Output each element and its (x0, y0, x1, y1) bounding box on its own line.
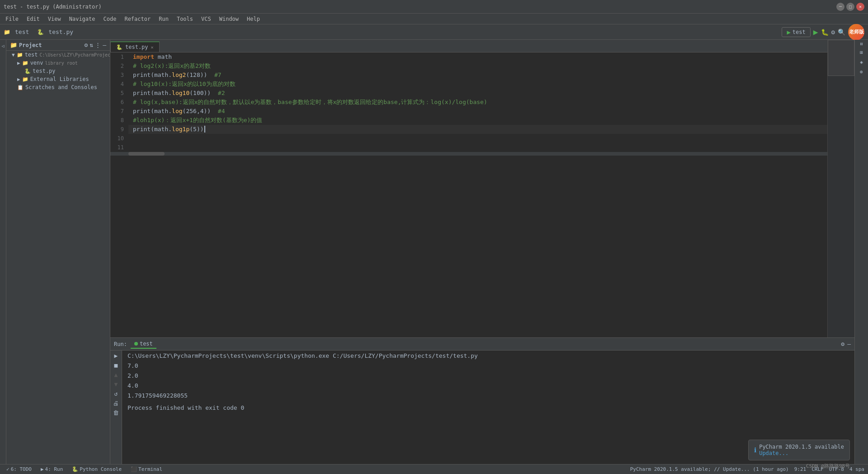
code-line-10: 10 (110, 134, 827, 143)
run-output-2: 2.0 (127, 371, 849, 381)
tab-terminal[interactable]: ⬛ Terminal (128, 466, 165, 472)
tab-label: test.py (125, 44, 148, 50)
cursor-position[interactable]: 9:21 (794, 466, 807, 472)
run-status-label: 4: Run (45, 466, 63, 472)
tree-item-testpy[interactable]: 🐍 test.py (6, 67, 110, 75)
toolbar: 📁 test 🐍 test.py ▶ test ▶ 🐛 ⚙ 🔍 老师版 (0, 24, 868, 40)
search-button[interactable]: 🔍 (838, 28, 845, 36)
indent[interactable]: 4 spa (849, 466, 864, 472)
tab-python-console[interactable]: 🐍 Python Console (69, 466, 124, 472)
toolbar-file-label[interactable]: test.py (47, 28, 75, 36)
line-content-5: print(math.log10(100)) #2 (128, 89, 827, 98)
menu-help[interactable]: Help (243, 15, 264, 23)
run-clear-icon[interactable]: 🗑 (113, 409, 119, 416)
sidebar-actions: ⚙ ⇅ ⋮ — (85, 42, 106, 48)
menu-view[interactable]: View (44, 15, 65, 23)
menu-vcs[interactable]: VCS (198, 15, 215, 23)
menu-tools[interactable]: Tools (173, 15, 197, 23)
minimize-button[interactable]: ─ (836, 3, 844, 11)
run-output-4: 1.791759469228055 (127, 391, 849, 401)
tab-run[interactable]: ▶ 4: Run (38, 466, 66, 472)
minimap (827, 40, 854, 337)
editor-column: 🐍 test.py ✕ 1 import math 2 # log2 (110, 40, 827, 337)
run-config-label: test (793, 29, 806, 35)
sidebar-close-icon[interactable]: — (103, 42, 106, 48)
run-button[interactable]: ▶ (813, 27, 818, 37)
tab-close-icon[interactable]: ✕ (151, 45, 154, 50)
chevron-right-icon-extlibs: ▶ (17, 76, 20, 82)
todo-icon: ✓ (6, 466, 9, 472)
csdn-badge: CSDN @路路路98号 (806, 463, 850, 469)
run-settings-icon[interactable]: ⚙ (841, 341, 844, 347)
code-line-2: 2 # log2(x):返回x的基2对数 (110, 62, 827, 71)
tree-label-test: test (25, 52, 38, 58)
line-content-9: print(math.log1p(5)) (128, 125, 827, 134)
editor-hscroll[interactable] (110, 152, 827, 156)
tree-item-test[interactable]: ▼ 📁 test C:\Users\LZY\PycharmProjects\te… (6, 51, 110, 59)
chevron-right-icon-venv: ▶ (17, 60, 20, 66)
avatar[interactable]: 老师版 (848, 24, 864, 40)
run-exit-line: Process finished with exit code 0 (127, 404, 849, 411)
run-tab-dot (134, 342, 138, 346)
menu-run[interactable]: Run (155, 15, 172, 23)
folder-icon-extlibs: 📁 (22, 76, 28, 82)
title-bar: test - test.py (Administrator) ─ □ ✕ (0, 0, 868, 14)
run-up-icon[interactable]: ▲ (114, 371, 118, 378)
code-line-7: 7 print(math.log(256,4)) #4 (110, 107, 827, 116)
right-icon-3[interactable]: ◈ (858, 58, 865, 66)
toolbar-project-label[interactable]: test (13, 28, 31, 36)
menu-edit[interactable]: Edit (23, 15, 43, 23)
right-icon-4[interactable]: ⊗ (858, 70, 865, 75)
run-rerun-icon[interactable]: ↺ (114, 390, 118, 397)
run-left-icons: ▶ ■ ▲ ▼ ↺ 🖨 🗑 (110, 351, 122, 464)
notification-update-link[interactable]: Update... (759, 450, 844, 456)
code-line-8: 8 #loh1p(x)：返回x+1的自然对数(基数为e)的值 (110, 116, 827, 125)
tree-item-scratches[interactable]: 📋 Scratches and Consoles (6, 83, 110, 91)
run-panel: Run: test ⚙ — ▶ ■ ▲ ▼ ↺ 🖨 🗑 (110, 337, 854, 464)
tree-item-venv[interactable]: ▶ 📁 venv library root (6, 59, 110, 67)
right-icon-2[interactable]: ⊞ (858, 50, 865, 55)
tree-path-test: C:\Users\LZY\PycharmProjects\test (40, 52, 110, 57)
run-config-button[interactable]: ▶ test (782, 27, 810, 37)
left-strip-icon[interactable]: ◁ (0, 43, 5, 48)
settings-button[interactable]: ⚙ (831, 28, 835, 36)
run-content[interactable]: C:\Users\LZY\PycharmProjects\test\venv\S… (122, 351, 854, 464)
project-tree: ▼ 📁 test C:\Users\LZY\PycharmProjects\te… (6, 51, 110, 91)
close-button[interactable]: ✕ (856, 3, 864, 11)
line-num-7: 7 (110, 107, 128, 116)
sidebar-sort-icon[interactable]: ⇅ (90, 42, 93, 48)
line-content-7: print(math.log(256,4)) #4 (128, 107, 827, 116)
menu-file[interactable]: File (2, 15, 22, 23)
line-content-2: # log2(x):返回x的基2对数 (128, 62, 827, 71)
maximize-button[interactable]: □ (846, 3, 854, 11)
status-left: ✓ 6: TODO ▶ 4: Run 🐍 Python Console ⬛ Te… (4, 466, 165, 472)
tab-todo[interactable]: ✓ 6: TODO (4, 466, 34, 472)
sidebar-menu-icon[interactable]: ⋮ (95, 42, 101, 48)
run-print-icon[interactable]: 🖨 (113, 400, 119, 407)
line-num-5: 5 (110, 89, 128, 98)
menu-bar: File Edit View Navigate Code Refactor Ru… (0, 14, 868, 24)
run-play-icon[interactable]: ▶ (114, 352, 118, 359)
menu-refactor[interactable]: Refactor (121, 15, 154, 23)
terminal-label: Terminal (138, 466, 162, 472)
run-down-icon[interactable]: ▼ (114, 381, 118, 388)
sidebar-settings-icon[interactable]: ⚙ (85, 42, 88, 48)
sidebar: 📁 Project ⚙ ⇅ ⋮ — ▼ 📁 test C:\Users\LZY\… (6, 40, 110, 464)
menu-navigate[interactable]: Navigate (66, 15, 99, 23)
tree-item-external-libs[interactable]: ▶ 📁 External Libraries (6, 75, 110, 83)
run-tab-test[interactable]: test (131, 340, 156, 349)
update-message: PyCharm 2020.1.5 available; // Update...… (630, 466, 789, 472)
run-minimize-icon[interactable]: — (847, 341, 851, 347)
run-header-actions: ⚙ — (841, 341, 851, 347)
tab-testpy[interactable]: 🐍 test.py ✕ (110, 42, 160, 52)
debug-button[interactable]: 🐛 (821, 28, 829, 36)
right-icon-1[interactable]: ≡ (858, 42, 865, 47)
menu-code[interactable]: Code (100, 15, 120, 23)
run-icon: ▶ (41, 466, 44, 472)
line-num-3: 3 (110, 71, 128, 80)
code-editor[interactable]: 1 import math 2 # log2(x):返回x的基2对数 3 pri… (110, 52, 827, 337)
run-stop-icon[interactable]: ■ (114, 362, 118, 369)
sidebar-title: Project (19, 42, 42, 48)
menu-window[interactable]: Window (216, 15, 242, 23)
code-line-1: 1 import math (110, 52, 827, 62)
